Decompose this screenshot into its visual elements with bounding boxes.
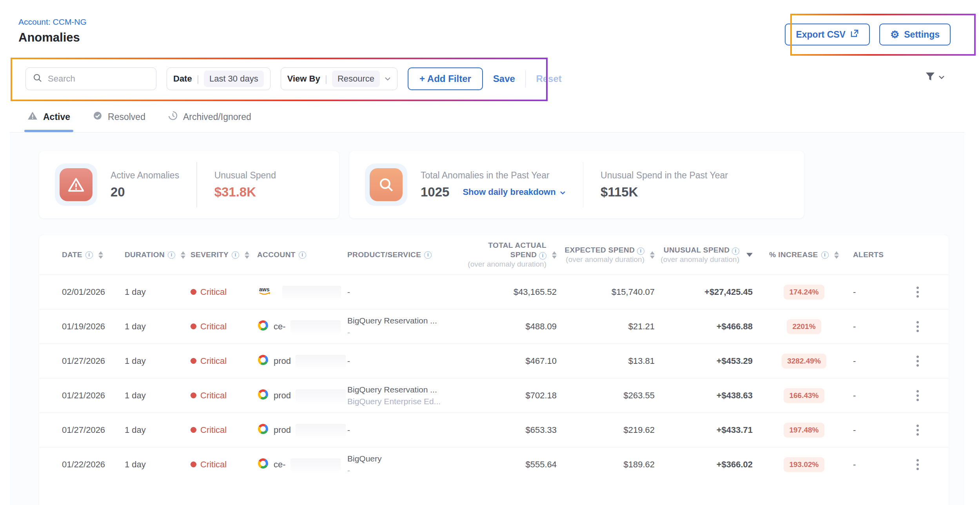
row-menu-kebab-icon[interactable] xyxy=(904,388,931,403)
col-account[interactable]: ACCOUNT i xyxy=(257,251,347,259)
save-filter-link[interactable]: Save xyxy=(493,73,515,84)
alerts-cell: - xyxy=(853,425,904,435)
info-icon[interactable]: i xyxy=(821,251,829,259)
anomaly-duration: 1 day xyxy=(125,322,191,332)
view-by-value: Resource xyxy=(332,71,380,87)
col-expected-spend[interactable]: EXPECTED SPEND i (over anomaly duration) xyxy=(559,245,657,264)
add-filter-label: + Add Filter xyxy=(419,73,471,84)
breadcrumb[interactable]: Account: CCM-NG xyxy=(18,17,87,27)
tab-active-label: Active xyxy=(43,112,70,122)
tab-resolved[interactable]: Resolved xyxy=(93,111,145,132)
product-line-1: BigQuery Reservation ... xyxy=(347,316,461,325)
settings-button[interactable]: ⚙ Settings xyxy=(879,24,951,45)
tab-resolved-label: Resolved xyxy=(108,112,145,122)
filter-panel-toggle[interactable] xyxy=(924,71,945,84)
table-row[interactable]: 01/27/2026 1 day Critical aws xyxy=(39,343,949,378)
sort-icon[interactable] xyxy=(552,251,557,259)
product-line-2[interactable]: - xyxy=(347,466,461,475)
total-actual-spend: $702.18 xyxy=(461,391,559,401)
info-icon[interactable]: i xyxy=(637,247,644,255)
severity-dot-icon xyxy=(191,427,196,433)
percent-increase-badge: 197.48% xyxy=(784,423,824,438)
date-filter[interactable]: Date | Last 30 days xyxy=(167,67,270,90)
tab-archived[interactable]: Archived/Ignored xyxy=(168,111,251,132)
sort-icon[interactable] xyxy=(650,251,655,259)
account-cell: aws xyxy=(257,286,347,298)
info-icon[interactable]: i xyxy=(424,251,432,259)
chevron-down-icon xyxy=(385,75,391,83)
table-row[interactable]: 01/27/2026 1 day Critical aws xyxy=(39,412,949,447)
severity-badge: Critical xyxy=(191,356,257,366)
percent-increase-badge: 193.02% xyxy=(784,457,824,472)
product-service-cell: BigQuery Reservation ... BigQuery Enterp… xyxy=(347,385,461,406)
row-menu-kebab-icon[interactable] xyxy=(904,422,931,438)
search-input[interactable] xyxy=(48,74,149,84)
alerts-cell: - xyxy=(853,460,904,470)
total-actual-spend: $555.64 xyxy=(461,460,559,470)
sort-desc-icon[interactable] xyxy=(746,253,753,257)
info-icon[interactable]: i xyxy=(85,251,93,259)
table-row[interactable]: 01/22/2026 1 day Critical aws xyxy=(39,447,949,481)
date-filter-label: Date xyxy=(173,74,192,84)
alerts-cell: - xyxy=(853,356,904,366)
active-anomalies-card: Active Anomalies 20 Unusual Spend $31.8K xyxy=(39,151,339,218)
pill-divider: | xyxy=(197,73,199,84)
sort-icon[interactable] xyxy=(98,251,103,259)
col-severity[interactable]: SEVERITY i xyxy=(191,251,257,259)
expected-spend: $21.21 xyxy=(559,322,657,332)
row-menu-kebab-icon[interactable] xyxy=(904,319,931,334)
info-icon[interactable]: i xyxy=(732,247,739,255)
search-icon xyxy=(33,73,42,84)
col-actual-spend[interactable]: TOTAL ACTUAL SPEND i (over anomaly durat… xyxy=(461,241,559,269)
col-date[interactable]: DATE i xyxy=(62,251,125,259)
show-daily-breakdown-link[interactable]: Show daily breakdown xyxy=(463,187,565,197)
year-total-count: 1025 xyxy=(421,185,449,200)
product-line-1: - xyxy=(347,287,461,297)
col-duration[interactable]: DURATION i xyxy=(125,251,191,259)
info-icon[interactable]: i xyxy=(168,251,175,259)
product-service-cell: - xyxy=(347,287,461,297)
severity-dot-icon xyxy=(191,358,196,364)
sort-icon[interactable] xyxy=(245,251,249,259)
redacted-account-name xyxy=(296,389,346,402)
table-row[interactable]: 02/01/2026 1 day Critical aws xyxy=(39,274,949,309)
row-menu-kebab-icon[interactable] xyxy=(904,457,931,472)
severity-label: Critical xyxy=(200,356,227,366)
row-menu-kebab-icon[interactable] xyxy=(904,284,931,300)
table-body: 02/01/2026 1 day Critical aws xyxy=(39,274,949,481)
year-spend-value: $115K xyxy=(601,185,728,200)
alerts-cell: - xyxy=(853,322,904,332)
percent-increase-cell: 174.24% xyxy=(755,285,853,300)
col-increase[interactable]: % INCREASE i xyxy=(755,251,853,259)
table-row[interactable]: 01/19/2026 1 day Critical aws xyxy=(39,309,949,343)
gcp-icon xyxy=(257,423,269,437)
export-csv-button[interactable]: Export CSV xyxy=(785,24,870,45)
account-cell: aws ce- xyxy=(257,320,347,334)
year-total-label: Total Anomalies in the Past Year xyxy=(421,170,566,181)
col-alerts: ALERTS xyxy=(853,251,904,259)
sort-icon[interactable] xyxy=(834,251,839,259)
check-circle-icon xyxy=(93,111,102,123)
expected-spend: $15,740.07 xyxy=(559,287,657,297)
reset-filter-link[interactable]: Reset xyxy=(536,73,561,84)
tab-active[interactable]: Active xyxy=(27,111,70,132)
row-menu-kebab-icon[interactable] xyxy=(904,353,931,369)
product-line-2[interactable]: - xyxy=(347,328,461,337)
filter-bar: Date | Last 30 days View By | Resource +… xyxy=(25,67,562,90)
info-icon[interactable]: i xyxy=(232,251,239,259)
info-icon[interactable]: i xyxy=(539,252,546,260)
aws-icon: aws xyxy=(257,286,273,298)
sort-icon[interactable] xyxy=(181,251,185,259)
icon-halo xyxy=(365,163,407,206)
account-cell: aws ce- xyxy=(257,458,347,472)
product-line-2[interactable]: BigQuery Enterprise Ed... xyxy=(347,397,461,406)
table-row[interactable]: 01/21/2026 1 day Critical aws xyxy=(39,378,949,412)
info-icon[interactable]: i xyxy=(299,251,306,259)
severity-dot-icon xyxy=(191,392,196,398)
anomaly-date: 01/22/2026 xyxy=(62,460,125,470)
col-product[interactable]: PRODUCT/SERVICE i xyxy=(347,251,461,259)
view-by-filter[interactable]: View By | Resource xyxy=(281,67,397,90)
col-unusual-spend[interactable]: UNUSUAL SPEND i (over anomaly duration) xyxy=(657,245,755,264)
search-box[interactable] xyxy=(25,67,156,90)
add-filter-button[interactable]: + Add Filter xyxy=(408,67,483,90)
